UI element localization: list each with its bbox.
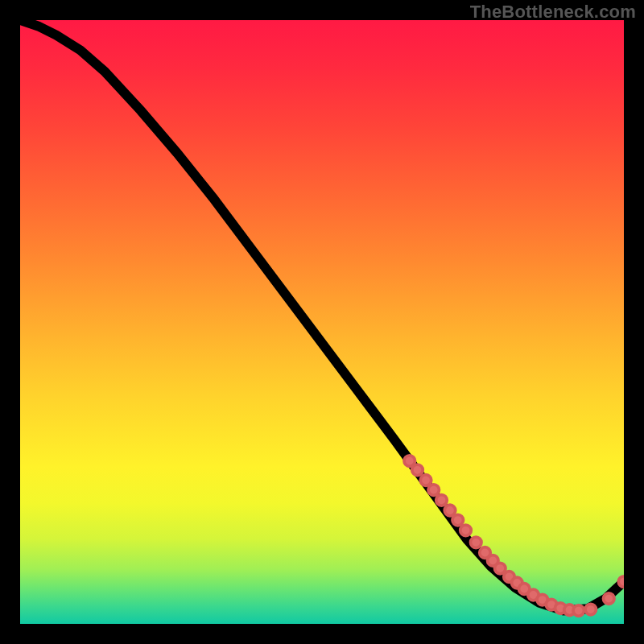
chart-marker [444, 505, 456, 516]
chart-marker [460, 525, 472, 536]
chart-overlay [20, 20, 624, 624]
chart-marker [495, 563, 506, 574]
chart-marker [471, 537, 482, 548]
chart-marker [436, 495, 448, 506]
chart-line [20, 20, 624, 611]
chart-marker [573, 605, 584, 617]
chart-marker [585, 604, 597, 615]
chart-container: TheBottleneck.com [0, 0, 644, 644]
chart-marker [452, 514, 464, 526]
chart-marker [412, 464, 423, 476]
chart-marker [420, 475, 431, 486]
chart-marker [428, 485, 440, 496]
chart-marker [618, 576, 624, 588]
chart-marker [604, 593, 615, 605]
watermark-text: TheBottleneck.com [470, 2, 636, 23]
